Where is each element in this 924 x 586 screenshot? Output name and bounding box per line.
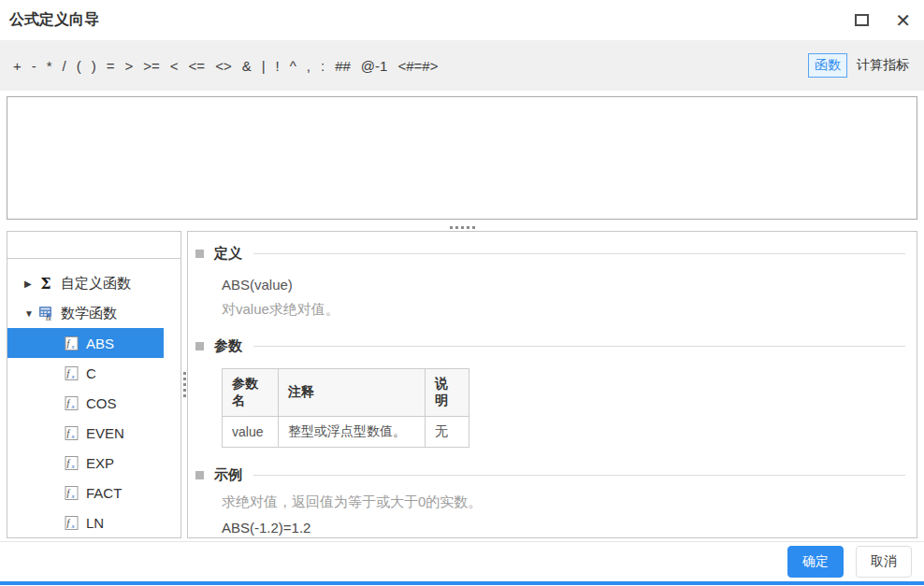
tree-node-label: 自定义函数: [61, 275, 131, 293]
formula-wizard-dialog: 公式定义向导 ✕ + - * / ( ) = > >= < <= <> & | …: [0, 0, 924, 586]
parameters-table: 参数名 注释 说明 value 整型或浮点型数值。 无: [222, 368, 469, 448]
tree-leaf-label: C: [86, 365, 96, 381]
param-note-cell: 整型或浮点型数值。: [279, 417, 426, 448]
section-divider: [253, 253, 905, 254]
operator-hashhash[interactable]: ##: [335, 58, 351, 74]
operator-equals[interactable]: =: [107, 58, 115, 74]
example-section-header: 示例: [195, 465, 905, 485]
definition-section-body: ABS(value) 对value求绝对值。: [222, 277, 905, 319]
function-icon: fx: [65, 456, 79, 470]
function-signature: ABS(value): [222, 277, 905, 293]
tree-leaf-label: ABS: [86, 336, 114, 351]
svg-text:fx: fx: [46, 314, 51, 322]
example-section-body: 求绝对值，返回值为等于或大于0的实数。 ABS(-1.2)=1.2: [222, 493, 905, 536]
function-description: 对value求绝对值。: [222, 301, 905, 319]
operator-plus[interactable]: +: [13, 58, 22, 74]
parameters-section-body: 参数名 注释 说明 value 整型或浮点型数值。 无: [222, 368, 905, 448]
operator-neq[interactable]: <>: [215, 58, 232, 74]
operator-power[interactable]: ^: [290, 58, 296, 74]
function-tree: ▶ Σ 自定义函数 ▼ fx 数学函数 fx ABS fx C: [7, 259, 180, 537]
right-tabs: 函数 计算指标: [808, 53, 913, 78]
main-area: ▶ Σ 自定义函数 ▼ fx 数学函数 fx ABS fx C: [0, 231, 924, 538]
formula-editor-input[interactable]: [7, 96, 917, 220]
tree-leaf-label: COS: [86, 395, 117, 411]
dialog-title: 公式定义向导: [9, 10, 99, 30]
parameters-table-row: value 整型或浮点型数值。 无: [223, 417, 469, 448]
operator-rparen[interactable]: ): [92, 58, 96, 74]
sigma-icon: Σ: [37, 275, 54, 293]
tree-leaf-cos[interactable]: fx COS: [7, 388, 180, 418]
function-detail-panel: 定义 ABS(value) 对value求绝对值。 参数 参数名 注释: [187, 231, 917, 538]
column-header-note: 注释: [279, 369, 426, 417]
operator-and[interactable]: &: [242, 58, 252, 74]
tree-leaf-label: LN: [86, 515, 104, 531]
operator-minus[interactable]: -: [32, 58, 36, 74]
chevron-right-icon[interactable]: ▶: [24, 279, 37, 289]
window-controls: ✕: [855, 11, 911, 30]
maximize-icon[interactable]: [855, 14, 869, 26]
operator-colon[interactable]: :: [321, 58, 325, 74]
function-icon: fx: [65, 336, 79, 350]
operator-multiply[interactable]: *: [47, 58, 52, 74]
cancel-button[interactable]: 取消: [856, 546, 912, 578]
operator-lte[interactable]: <=: [189, 58, 206, 74]
tree-leaf-label: EXP: [86, 455, 114, 471]
function-icon: fx: [65, 516, 79, 530]
tree-leaf-ln[interactable]: fx LN: [7, 507, 180, 537]
function-tree-panel: ▶ Σ 自定义函数 ▼ fx 数学函数 fx ABS fx C: [7, 231, 181, 538]
operator-divide[interactable]: /: [63, 58, 66, 74]
bottom-accent-bar: [0, 581, 924, 585]
chevron-down-icon[interactable]: ▼: [24, 308, 37, 319]
tree-leaf-abs[interactable]: fx ABS: [7, 328, 164, 358]
operator-lparen[interactable]: (: [77, 58, 81, 74]
tree-leaf-label: FACT: [86, 485, 122, 501]
param-desc-cell: 无: [426, 417, 469, 448]
operator-gte[interactable]: >=: [143, 58, 160, 74]
ok-button[interactable]: 确定: [787, 546, 844, 578]
operator-toolbar: + - * / ( ) = > >= < <= <> & | ! ^ , : #…: [0, 40, 924, 91]
close-icon[interactable]: ✕: [895, 11, 911, 30]
tree-node-label: 数学函数: [61, 305, 117, 322]
example-description: 求绝对值，返回值为等于或大于0的实数。: [222, 493, 905, 511]
tree-leaf-exp[interactable]: fx EXP: [7, 448, 180, 478]
formula-editor-container: [0, 91, 924, 223]
parameters-table-header-row: 参数名 注释 说明: [223, 369, 469, 417]
section-divider: [253, 475, 905, 476]
math-category-icon: fx: [37, 306, 54, 321]
function-icon: fx: [65, 366, 79, 380]
tab-calc-metric[interactable]: 计算指标: [853, 54, 913, 77]
function-icon: fx: [65, 396, 79, 410]
tree-leaf-c[interactable]: fx C: [7, 358, 180, 388]
tree-node-custom-functions[interactable]: ▶ Σ 自定义函数: [7, 268, 180, 298]
operator-hash-eq[interactable]: <#=#>: [397, 58, 438, 74]
operator-at-minus1[interactable]: @-1: [361, 58, 388, 74]
function-icon: fx: [65, 486, 79, 500]
operator-or[interactable]: |: [262, 58, 266, 74]
operator-list: + - * / ( ) = > >= < <= <> & | ! ^ , : #…: [13, 58, 438, 74]
definition-section-header: 定义: [195, 243, 905, 264]
section-bullet-icon: [195, 342, 204, 350]
operator-comma[interactable]: ,: [307, 58, 310, 74]
example-section-title: 示例: [214, 466, 242, 484]
tree-leaf-even[interactable]: fx EVEN: [7, 418, 180, 448]
dialog-footer: 确定 取消: [0, 541, 924, 581]
function-search-input[interactable]: [7, 232, 181, 258]
parameters-section-header: 参数: [195, 336, 905, 356]
tree-leaf-fact[interactable]: fx FACT: [7, 478, 180, 507]
section-bullet-icon: [195, 250, 204, 258]
operator-not[interactable]: !: [276, 58, 280, 74]
function-search-box: [7, 231, 181, 259]
tree-node-math-functions[interactable]: ▼ fx 数学函数: [7, 298, 180, 328]
operator-lt[interactable]: <: [170, 58, 179, 74]
definition-section-title: 定义: [214, 245, 242, 263]
section-divider: [253, 346, 905, 347]
column-header-param-name: 参数名: [223, 369, 279, 417]
param-name-cell: value: [223, 417, 279, 448]
title-bar: 公式定义向导 ✕: [0, 0, 924, 40]
horizontal-splitter-handle[interactable]: [0, 223, 924, 231]
tab-function[interactable]: 函数: [808, 53, 847, 78]
function-icon: fx: [65, 426, 79, 440]
column-header-description: 说明: [426, 369, 469, 417]
operator-gt[interactable]: >: [125, 58, 134, 74]
tree-leaf-label: EVEN: [86, 425, 124, 441]
